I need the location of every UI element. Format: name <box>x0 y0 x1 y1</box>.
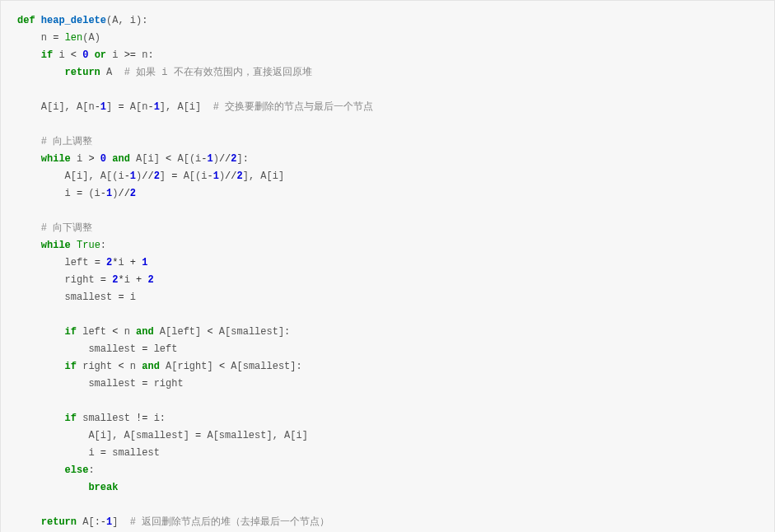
code-block[interactable]: def heap_delete(A, i): n = len(A) if i <… <box>0 0 775 532</box>
